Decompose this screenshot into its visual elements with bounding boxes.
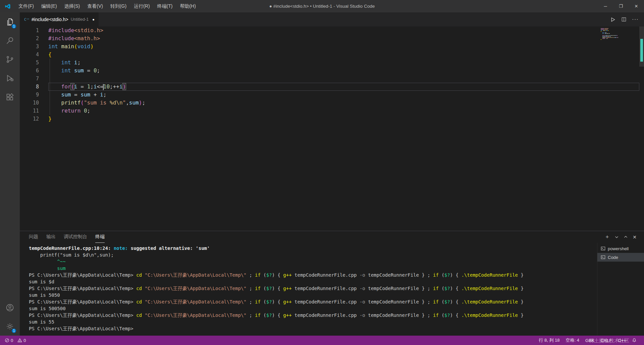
split-editor-icon[interactable] xyxy=(621,17,627,22)
panel-tab-输出[interactable]: 输出 xyxy=(46,231,56,243)
new-terminal-button[interactable]: ＋ xyxy=(604,233,610,240)
minimize-button[interactable]: ─ xyxy=(598,0,613,12)
code-line[interactable]: 9 sum = sum + i; xyxy=(20,91,639,99)
activity-bar: 1 1 xyxy=(0,12,20,336)
status-item[interactable]: GBK xyxy=(582,338,597,343)
panel-tab-终端[interactable]: 终端 xyxy=(95,231,105,243)
terminal-line: ^~~ xyxy=(29,258,595,265)
maximize-panel-icon[interactable] xyxy=(624,235,628,239)
code-line[interactable]: 5 int i; xyxy=(20,59,639,67)
code-line[interactable]: 10 printf("sum is %d\n",sum); xyxy=(20,99,639,107)
status-items: 行 8, 列 18空格: 4GBKCRLFC++ xyxy=(536,337,629,343)
code-line[interactable]: 6 int sum = 0; xyxy=(20,67,639,75)
code-line[interactable]: 3int main(void) xyxy=(20,43,639,51)
notifications-bell-icon[interactable] xyxy=(629,338,639,343)
terminal-instance-powershell[interactable]: powershell xyxy=(597,244,644,253)
terminal-icon xyxy=(601,255,605,260)
extensions-icon[interactable] xyxy=(0,87,20,106)
window-title: ● #include<stdio.h> • Untitled-1 - Visua… xyxy=(269,4,375,9)
code-line[interactable]: 2#include<math.h> xyxy=(20,34,639,43)
more-actions-icon[interactable]: ··· xyxy=(632,16,639,23)
code-line[interactable]: 8 for(i = 1;i<=10;++i) xyxy=(20,83,639,91)
editor-region: C ++ #include<stdio.h> Untitled-1 ● ··· … xyxy=(20,12,644,231)
menu-帮助(H)[interactable]: 帮助(H) xyxy=(176,0,199,12)
menu-终端(T)[interactable]: 终端(T) xyxy=(154,0,176,12)
overview-cursor-mark xyxy=(640,39,643,62)
line-number: 10 xyxy=(20,99,39,107)
menu-文件(F)[interactable]: 文件(F) xyxy=(15,0,38,12)
error-count: 0 xyxy=(11,338,13,343)
maximize-button[interactable]: ❐ xyxy=(613,0,629,12)
terminal-line: sum is 55 xyxy=(29,319,595,325)
code-line[interactable]: 11 return 0; xyxy=(20,107,639,115)
status-item[interactable]: CRLF xyxy=(597,338,615,343)
terminal-output[interactable]: tempCodeRunnerFile.cpp:10:24: note: sugg… xyxy=(29,245,595,332)
minimap[interactable] xyxy=(601,28,638,40)
panel-tabs: 问题输出调试控制台终端 xyxy=(29,231,105,243)
run-code-button[interactable] xyxy=(610,17,616,22)
status-bar-right: 行 8, 列 18空格: 4GBKCRLFC++ xyxy=(536,337,644,343)
panel-tab-问题[interactable]: 问题 xyxy=(29,231,38,243)
status-item[interactable]: C++ xyxy=(615,338,629,343)
search-icon[interactable] xyxy=(0,31,20,50)
title-bar: 文件(F)编辑(E)选择(S)查看(V)转到(G)运行(R)终端(T)帮助(H)… xyxy=(0,0,644,12)
editor-scrollbar[interactable] xyxy=(639,26,644,231)
modified-dot[interactable]: ● xyxy=(92,17,95,21)
menu-编辑(E)[interactable]: 编辑(E) xyxy=(38,0,61,12)
line-number: 1 xyxy=(20,26,39,34)
status-item[interactable]: 行 8, 列 18 xyxy=(536,337,562,343)
terminal-icon xyxy=(601,246,605,251)
panel-actions: ＋ ✕ xyxy=(604,233,641,240)
terminal-line: sum is 5050 xyxy=(29,292,595,298)
terminal-instance-label: Code xyxy=(608,255,618,260)
panel-header: 问题输出调试控制台终端 ＋ ✕ xyxy=(20,231,644,243)
terminal-dropdown-icon[interactable] xyxy=(614,235,619,239)
editor-actions: ··· xyxy=(610,12,644,26)
svg-text:C: C xyxy=(24,17,26,22)
terminal-line: PS C:\Users\王孖豪\AppData\Local\Temp> cd "… xyxy=(29,298,595,305)
cpp-file-icon: C ++ xyxy=(24,17,29,22)
code-line[interactable]: 4{ xyxy=(20,51,639,59)
status-item[interactable]: 空格: 4 xyxy=(563,337,582,343)
settings-gear-icon[interactable]: 1 xyxy=(0,317,20,336)
line-number: 6 xyxy=(20,67,39,75)
code-line[interactable]: 12} xyxy=(20,115,639,123)
run-debug-icon[interactable] xyxy=(0,69,20,87)
line-number: 12 xyxy=(20,115,39,123)
terminal-line: PS C:\Users\王孖豪\AppData\Local\Temp> cd "… xyxy=(29,285,595,292)
code-line[interactable]: 1#include<stdio.h> xyxy=(20,26,639,34)
panel-tab-调试控制台[interactable]: 调试控制台 xyxy=(64,231,87,243)
close-panel-icon[interactable]: ✕ xyxy=(633,234,637,240)
menu-选择(S)[interactable]: 选择(S) xyxy=(61,0,84,12)
explorer-icon[interactable]: 1 xyxy=(0,12,20,31)
terminal-line: PS C:\Users\王孖豪\AppData\Local\Temp> cd "… xyxy=(29,312,595,319)
status-bar: 0 0 行 8, 列 18空格: 4GBKCRLFC++ xyxy=(0,336,644,345)
terminal-line: tempCodeRunnerFile.cpp:10:24: note: sugg… xyxy=(29,245,595,252)
account-icon[interactable] xyxy=(0,298,20,317)
vscode-logo-icon xyxy=(5,3,11,9)
terminal-line: PS C:\Users\王孖豪\AppData\Local\Temp> xyxy=(29,325,595,332)
close-button[interactable]: ✕ xyxy=(629,0,644,12)
tab-bar: C ++ #include<stdio.h> Untitled-1 ● ··· xyxy=(20,12,644,26)
line-number: 7 xyxy=(20,75,39,83)
problems-status[interactable]: 0 0 xyxy=(0,338,27,343)
line-number: 3 xyxy=(20,43,39,51)
code-line[interactable]: 7 xyxy=(20,75,639,83)
terminal-instance-Code[interactable]: Code xyxy=(597,253,644,262)
code-editor[interactable]: 1#include<stdio.h>2#include<math.h>3int … xyxy=(20,26,644,231)
warning-count: 0 xyxy=(23,338,26,343)
source-control-icon[interactable] xyxy=(0,50,20,69)
indent-guide xyxy=(50,59,50,115)
editor-tab[interactable]: C ++ #include<stdio.h> Untitled-1 ● xyxy=(20,12,99,26)
line-number: 11 xyxy=(20,107,39,115)
menu-运行(R)[interactable]: 运行(R) xyxy=(130,0,153,12)
warning-icon xyxy=(17,338,22,343)
menu-转到(G)[interactable]: 转到(G) xyxy=(107,0,130,12)
terminal-instance-label: powershell xyxy=(608,246,629,251)
activity-bar-bottom: 1 xyxy=(0,298,20,336)
terminal-instance-list: powershellCode xyxy=(597,243,644,336)
tab-secondary-label: Untitled-1 xyxy=(71,17,89,22)
terminal-line: printf("sum is $d\n",sun); xyxy=(29,252,595,258)
tab-label: #include<stdio.h> xyxy=(32,17,68,22)
menu-查看(V)[interactable]: 查看(V) xyxy=(84,0,107,12)
